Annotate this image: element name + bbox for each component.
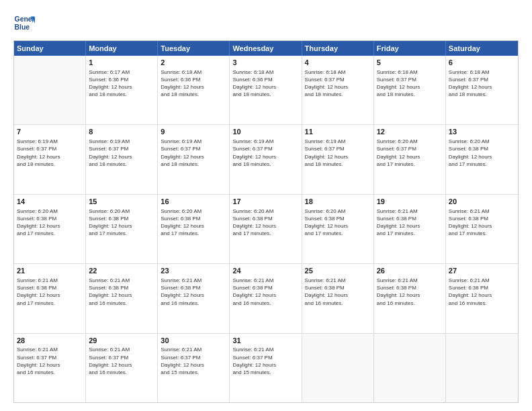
day-info: Sunrise: 6:21 AM Sunset: 6:38 PM Dayligh… — [377, 208, 443, 238]
cal-cell-0-1: 1Sunrise: 6:17 AM Sunset: 6:36 PM Daylig… — [86, 56, 158, 124]
cal-cell-2-3: 17Sunrise: 6:20 AM Sunset: 6:38 PM Dayli… — [230, 195, 302, 263]
cal-cell-3-6: 27Sunrise: 6:21 AM Sunset: 6:38 PM Dayli… — [446, 264, 518, 332]
day-info: Sunrise: 6:21 AM Sunset: 6:38 PM Dayligh… — [232, 277, 298, 307]
svg-text:Blue: Blue — [15, 24, 30, 31]
cal-header-day-friday: Friday — [374, 41, 446, 56]
cal-header-day-thursday: Thursday — [302, 41, 374, 56]
day-info: Sunrise: 6:18 AM Sunset: 6:36 PM Dayligh… — [232, 68, 298, 99]
day-number: 10 — [232, 127, 298, 137]
day-info: Sunrise: 6:18 AM Sunset: 6:37 PM Dayligh… — [377, 68, 443, 99]
day-info: Sunrise: 6:19 AM Sunset: 6:37 PM Dayligh… — [305, 138, 371, 168]
day-info: Sunrise: 6:19 AM Sunset: 6:37 PM Dayligh… — [89, 138, 154, 168]
calendar-header: SundayMondayTuesdayWednesdayThursdayFrid… — [14, 41, 518, 56]
cal-row-2: 14Sunrise: 6:20 AM Sunset: 6:38 PM Dayli… — [14, 195, 518, 264]
day-number: 25 — [305, 266, 371, 276]
day-number: 15 — [89, 197, 154, 207]
day-info: Sunrise: 6:21 AM Sunset: 6:37 PM Dayligh… — [89, 346, 154, 376]
day-number: 28 — [17, 336, 83, 346]
cal-header-day-wednesday: Wednesday — [230, 41, 302, 56]
cal-cell-1-6: 13Sunrise: 6:20 AM Sunset: 6:38 PM Dayli… — [446, 125, 518, 193]
day-info: Sunrise: 6:21 AM Sunset: 6:37 PM Dayligh… — [232, 346, 298, 376]
cal-cell-4-0: 28Sunrise: 6:21 AM Sunset: 6:37 PM Dayli… — [14, 334, 86, 402]
day-number: 24 — [232, 266, 298, 276]
day-number: 14 — [17, 197, 83, 207]
cal-cell-0-4: 4Sunrise: 6:18 AM Sunset: 6:37 PM Daylig… — [302, 56, 374, 124]
cal-cell-1-5: 12Sunrise: 6:20 AM Sunset: 6:37 PM Dayli… — [374, 125, 446, 193]
day-info: Sunrise: 6:19 AM Sunset: 6:37 PM Dayligh… — [161, 138, 226, 168]
calendar-body: 1Sunrise: 6:17 AM Sunset: 6:36 PM Daylig… — [14, 56, 518, 402]
day-number: 3 — [232, 58, 298, 68]
cal-cell-3-2: 23Sunrise: 6:21 AM Sunset: 6:38 PM Dayli… — [158, 264, 230, 332]
day-number: 1 — [89, 58, 154, 68]
cal-cell-4-3: 31Sunrise: 6:21 AM Sunset: 6:37 PM Dayli… — [230, 334, 302, 402]
day-info: Sunrise: 6:21 AM Sunset: 6:38 PM Dayligh… — [377, 277, 443, 307]
day-number: 18 — [305, 197, 371, 207]
cal-header-day-sunday: Sunday — [14, 41, 86, 56]
cal-row-1: 7Sunrise: 6:19 AM Sunset: 6:37 PM Daylig… — [14, 125, 518, 194]
day-number: 21 — [17, 266, 83, 276]
day-number: 23 — [161, 266, 226, 276]
cal-cell-1-1: 8Sunrise: 6:19 AM Sunset: 6:37 PM Daylig… — [86, 125, 158, 193]
cal-header-day-monday: Monday — [86, 41, 158, 56]
cal-cell-2-1: 15Sunrise: 6:20 AM Sunset: 6:38 PM Dayli… — [86, 195, 158, 263]
cal-cell-2-2: 16Sunrise: 6:20 AM Sunset: 6:38 PM Dayli… — [158, 195, 230, 263]
day-info: Sunrise: 6:21 AM Sunset: 6:37 PM Dayligh… — [17, 346, 83, 376]
day-number: 26 — [377, 266, 443, 276]
day-info: Sunrise: 6:19 AM Sunset: 6:37 PM Dayligh… — [17, 138, 83, 168]
day-info: Sunrise: 6:21 AM Sunset: 6:38 PM Dayligh… — [161, 277, 226, 307]
page: General Blue SundayMondayTuesdayWednesda… — [0, 0, 532, 411]
day-info: Sunrise: 6:21 AM Sunset: 6:38 PM Dayligh… — [17, 277, 83, 307]
header: General Blue — [13, 12, 519, 34]
logo-icon: General Blue — [13, 12, 35, 34]
day-number: 13 — [449, 127, 515, 137]
day-info: Sunrise: 6:18 AM Sunset: 6:37 PM Dayligh… — [305, 68, 371, 99]
day-number: 27 — [449, 266, 515, 276]
day-number: 9 — [161, 127, 226, 137]
cal-cell-2-4: 18Sunrise: 6:20 AM Sunset: 6:38 PM Dayli… — [302, 195, 374, 263]
cal-cell-0-0 — [14, 56, 86, 124]
cal-cell-0-6: 6Sunrise: 6:18 AM Sunset: 6:37 PM Daylig… — [446, 56, 518, 124]
day-number: 11 — [305, 127, 371, 137]
day-info: Sunrise: 6:21 AM Sunset: 6:38 PM Dayligh… — [89, 277, 154, 307]
cal-cell-4-5 — [374, 334, 446, 402]
day-number: 8 — [89, 127, 154, 137]
logo: General Blue — [13, 12, 38, 34]
cal-cell-4-4 — [302, 334, 374, 402]
day-info: Sunrise: 6:21 AM Sunset: 6:38 PM Dayligh… — [449, 277, 515, 307]
day-info: Sunrise: 6:20 AM Sunset: 6:38 PM Dayligh… — [449, 138, 515, 168]
cal-cell-3-4: 25Sunrise: 6:21 AM Sunset: 6:38 PM Dayli… — [302, 264, 374, 332]
cal-header-day-tuesday: Tuesday — [158, 41, 230, 56]
cal-cell-2-0: 14Sunrise: 6:20 AM Sunset: 6:38 PM Dayli… — [14, 195, 86, 263]
cal-row-4: 28Sunrise: 6:21 AM Sunset: 6:37 PM Dayli… — [14, 334, 518, 402]
cal-cell-4-2: 30Sunrise: 6:21 AM Sunset: 6:37 PM Dayli… — [158, 334, 230, 402]
cal-cell-1-3: 10Sunrise: 6:19 AM Sunset: 6:37 PM Dayli… — [230, 125, 302, 193]
day-number: 17 — [232, 197, 298, 207]
day-number: 5 — [377, 58, 443, 68]
day-number: 4 — [305, 58, 371, 68]
day-info: Sunrise: 6:21 AM Sunset: 6:37 PM Dayligh… — [161, 346, 226, 376]
cal-cell-0-5: 5Sunrise: 6:18 AM Sunset: 6:37 PM Daylig… — [374, 56, 446, 124]
day-number: 22 — [89, 266, 154, 276]
day-info: Sunrise: 6:21 AM Sunset: 6:38 PM Dayligh… — [449, 208, 515, 238]
day-info: Sunrise: 6:19 AM Sunset: 6:37 PM Dayligh… — [232, 138, 298, 168]
day-number: 29 — [89, 336, 154, 346]
day-info: Sunrise: 6:20 AM Sunset: 6:38 PM Dayligh… — [161, 208, 226, 238]
cal-cell-4-1: 29Sunrise: 6:21 AM Sunset: 6:37 PM Dayli… — [86, 334, 158, 402]
day-number: 19 — [377, 197, 443, 207]
day-number: 31 — [232, 336, 298, 346]
day-info: Sunrise: 6:18 AM Sunset: 6:36 PM Dayligh… — [161, 68, 226, 99]
cal-cell-3-3: 24Sunrise: 6:21 AM Sunset: 6:38 PM Dayli… — [230, 264, 302, 332]
day-info: Sunrise: 6:17 AM Sunset: 6:36 PM Dayligh… — [89, 68, 154, 99]
day-info: Sunrise: 6:20 AM Sunset: 6:38 PM Dayligh… — [305, 208, 371, 238]
calendar: SundayMondayTuesdayWednesdayThursdayFrid… — [13, 40, 519, 403]
day-info: Sunrise: 6:21 AM Sunset: 6:38 PM Dayligh… — [305, 277, 371, 307]
day-number: 7 — [17, 127, 83, 137]
day-info: Sunrise: 6:18 AM Sunset: 6:37 PM Dayligh… — [449, 68, 515, 99]
day-info: Sunrise: 6:20 AM Sunset: 6:38 PM Dayligh… — [232, 208, 298, 238]
day-number: 16 — [161, 197, 226, 207]
cal-cell-3-5: 26Sunrise: 6:21 AM Sunset: 6:38 PM Dayli… — [374, 264, 446, 332]
cal-cell-1-4: 11Sunrise: 6:19 AM Sunset: 6:37 PM Dayli… — [302, 125, 374, 193]
cal-cell-1-2: 9Sunrise: 6:19 AM Sunset: 6:37 PM Daylig… — [158, 125, 230, 193]
day-number: 30 — [161, 336, 226, 346]
cal-cell-1-0: 7Sunrise: 6:19 AM Sunset: 6:37 PM Daylig… — [14, 125, 86, 193]
